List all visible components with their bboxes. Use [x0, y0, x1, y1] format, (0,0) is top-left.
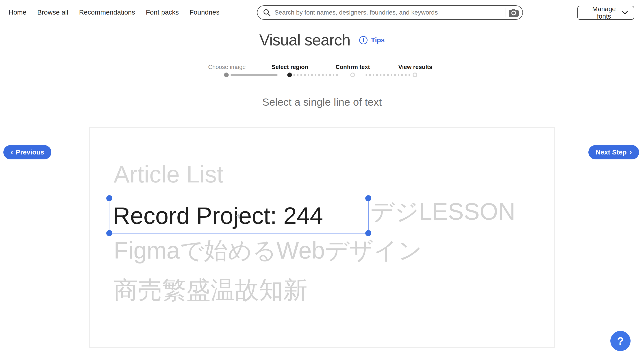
tips-label: Tips [371, 36, 384, 44]
search-input[interactable] [274, 9, 505, 16]
previous-button[interactable]: ‹ Previous [3, 145, 51, 159]
step-dot-select-region [287, 73, 292, 77]
chevron-down-icon [622, 11, 628, 15]
selection-handle-bottom-left[interactable] [106, 230, 112, 236]
image-text-line[interactable]: Figmaで始めるWebデザイン [114, 237, 422, 263]
tips-link[interactable]: i Tips [359, 36, 384, 44]
step-dot-confirm-text [350, 73, 355, 77]
crosshair-cursor: + [236, 211, 240, 220]
question-mark-icon: ? [617, 335, 624, 347]
visual-search-camera-button[interactable] [506, 6, 522, 19]
manage-fonts-button[interactable]: Manage fonts [578, 6, 634, 20]
nav-item-foundries[interactable]: Foundries [190, 8, 219, 16]
manage-fonts-label: Manage fonts [586, 5, 622, 20]
selected-text-line[interactable]: Record Project: 244 [113, 198, 323, 233]
step-label-confirm-text: Confirm text [336, 64, 370, 70]
nav-item-font-packs[interactable]: Font packs [146, 8, 179, 16]
visual-search-header: Visual search i Tips [0, 30, 644, 50]
step-label-choose-image: Choose image [208, 64, 246, 70]
step-connector-dashed-2 [366, 74, 411, 76]
instruction-heading: Select a single line of text [0, 96, 644, 108]
chevron-left-icon: ‹ [10, 148, 13, 157]
camera-icon [509, 8, 519, 17]
uploaded-image-canvas: Article List Record Project: 244 デジLESSO… [89, 127, 555, 348]
main-nav: Home Browse all Recommendations Font pac… [8, 0, 220, 25]
search-icon [263, 8, 271, 16]
page-title: Visual search [259, 31, 350, 49]
selection-handle-bottom-right[interactable] [365, 230, 371, 236]
step-label-select-region: Select region [272, 64, 308, 70]
top-navigation-bar: Home Browse all Recommendations Font pac… [0, 0, 644, 25]
nav-item-recommendations[interactable]: Recommendations [79, 8, 135, 16]
step-connector-solid [230, 74, 278, 76]
step-dot-choose-image [224, 73, 229, 77]
selection-handle-top-left[interactable] [106, 195, 112, 201]
next-step-button-label: Next Step [596, 149, 626, 156]
image-text-line[interactable]: 商売繁盛温故知新 [114, 277, 308, 303]
chevron-right-icon: › [630, 148, 632, 157]
step-connector-dashed-1 [293, 74, 340, 76]
image-text-line[interactable]: Article List [114, 162, 223, 187]
progress-stepper: Choose image Select region Confirm text … [211, 64, 430, 81]
nav-item-browse-all[interactable]: Browse all [37, 8, 68, 16]
step-label-view-results: View results [398, 64, 432, 70]
step-dot-view-results [412, 73, 417, 77]
nav-item-home[interactable]: Home [8, 8, 26, 16]
info-icon: i [359, 36, 368, 44]
font-search-bar [257, 5, 523, 20]
next-step-button[interactable]: Next Step › [588, 145, 639, 159]
image-text-line[interactable]: デジLESSON [370, 198, 515, 224]
help-button[interactable]: ? [610, 331, 630, 351]
previous-button-label: Previous [16, 149, 44, 156]
